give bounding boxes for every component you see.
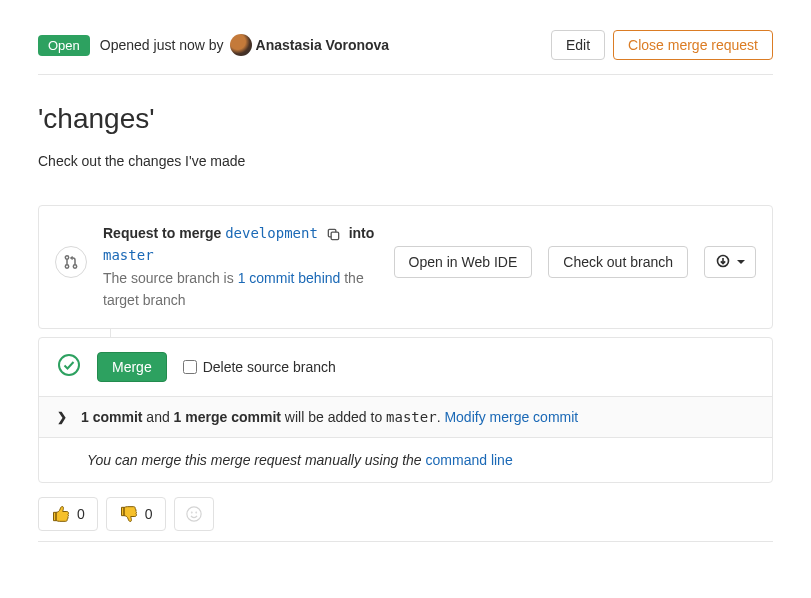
commits-behind-link[interactable]: 1 commit behind <box>238 270 341 286</box>
close-merge-request-button[interactable]: Close merge request <box>613 30 773 60</box>
svg-point-8 <box>196 512 197 513</box>
svg-point-6 <box>186 506 200 520</box>
modify-merge-commit-link[interactable]: Modify merge commit <box>444 409 578 425</box>
merge-request-icon <box>55 246 87 278</box>
merge-button[interactable]: Merge <box>97 352 167 382</box>
ready-check-icon <box>57 353 81 380</box>
edit-button[interactable]: Edit <box>551 30 605 60</box>
svg-point-2 <box>73 265 76 268</box>
thumbs-up-icon <box>51 504 71 524</box>
open-in-web-ide-button[interactable]: Open in Web IDE <box>394 246 533 278</box>
merge-request-description: Check out the changes I've made <box>38 153 773 169</box>
target-branch-link[interactable]: master <box>103 247 154 263</box>
merge-request-summary: Request to merge development into master… <box>103 222 384 312</box>
command-line-link[interactable]: command line <box>426 452 513 468</box>
merge-request-header: Open Opened just now by Anastasia Vorono… <box>38 30 773 75</box>
copy-branch-icon[interactable] <box>326 227 341 242</box>
thumbs-up-button[interactable]: 0 <box>38 497 98 531</box>
merge-request-panel: Request to merge development into master… <box>38 205 773 329</box>
download-icon <box>715 254 731 270</box>
chevron-right-icon: ❯ <box>57 410 67 424</box>
svg-point-0 <box>65 256 68 259</box>
author-name[interactable]: Anastasia Voronova <box>256 37 390 53</box>
thumbs-up-count: 0 <box>77 506 85 522</box>
svg-point-1 <box>65 265 68 268</box>
delete-source-branch-label[interactable]: Delete source branch <box>183 359 336 375</box>
thumbs-down-icon <box>119 504 139 524</box>
commit-summary-row[interactable]: ❯ 1 commit and 1 merge commit will be ad… <box>39 396 772 437</box>
source-branch-link[interactable]: development <box>225 225 318 241</box>
download-dropdown-button[interactable] <box>704 246 756 278</box>
add-reaction-button[interactable] <box>174 497 214 531</box>
reactions-row: 0 0 <box>38 497 773 542</box>
thumbs-down-count: 0 <box>145 506 153 522</box>
smiley-icon <box>185 505 203 523</box>
svg-point-5 <box>59 355 79 375</box>
manual-merge-row: You can merge this merge request manuall… <box>39 437 772 482</box>
author-avatar[interactable] <box>230 34 252 56</box>
merge-request-title: 'changes' <box>38 103 773 135</box>
svg-rect-3 <box>331 232 339 240</box>
status-badge: Open <box>38 35 90 56</box>
chevron-down-icon <box>737 258 745 266</box>
opened-by-text: Opened just now by <box>100 37 224 53</box>
merge-action-panel: Merge Delete source branch ❯ 1 commit an… <box>38 337 773 483</box>
delete-source-branch-checkbox[interactable] <box>183 360 197 374</box>
thumbs-down-button[interactable]: 0 <box>106 497 166 531</box>
check-out-branch-button[interactable]: Check out branch <box>548 246 688 278</box>
svg-point-7 <box>191 512 192 513</box>
